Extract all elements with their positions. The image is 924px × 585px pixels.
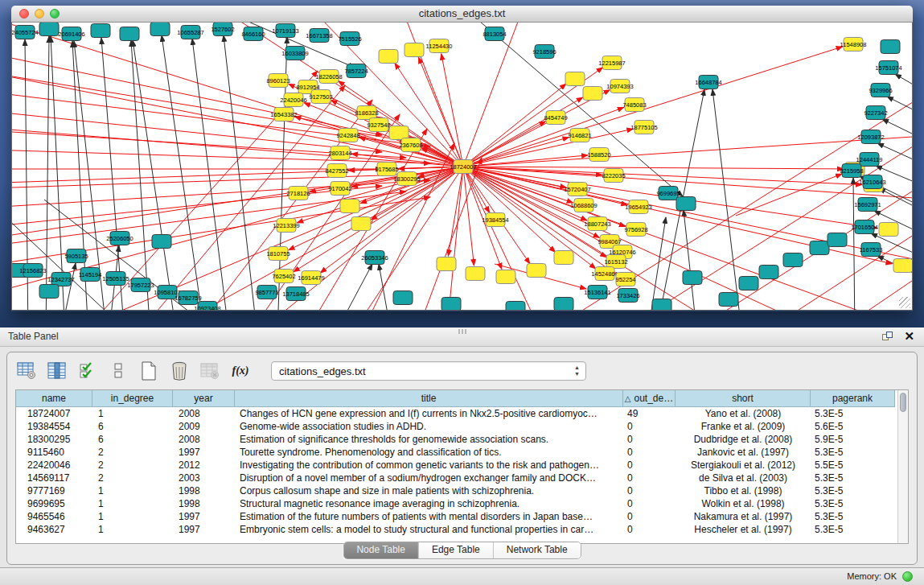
close-window-button[interactable] — [19, 9, 29, 19]
network-node[interactable]: 17957223 — [127, 278, 154, 292]
network-node[interactable]: 9175685 — [375, 163, 398, 176]
table-settings-button[interactable] — [15, 360, 38, 381]
network-node[interactable] — [389, 126, 409, 140]
tab-edge-table[interactable]: Edge Table — [419, 542, 494, 558]
network-node[interactable]: 9329966 — [869, 84, 892, 97]
network-node[interactable]: 16543382 — [270, 108, 297, 122]
network-node[interactable]: 15136141 — [584, 286, 610, 299]
network-node[interactable] — [676, 197, 696, 211]
column-header-pagerank[interactable]: pagerank — [811, 390, 895, 407]
network-node[interactable]: 9857771 — [255, 286, 278, 299]
network-node[interactable]: 13718485 — [282, 287, 309, 301]
network-node[interactable]: 12215987 — [598, 56, 625, 70]
network-node[interactable]: 18775105 — [630, 121, 657, 134]
network-svg[interactable]: 1872400718300295193845541125443012215987… — [12, 23, 912, 311]
network-node[interactable]: 25206050 — [106, 232, 133, 245]
table-row[interactable]: 2242004622012Investigating the contribut… — [16, 459, 908, 472]
network-node[interactable] — [739, 277, 758, 290]
network-node[interactable]: 8427552 — [325, 164, 348, 178]
network-node[interactable]: 18807243 — [584, 217, 610, 231]
minimize-window-button[interactable] — [35, 9, 44, 19]
delete-rows-button[interactable] — [168, 360, 191, 381]
delete-table-button[interactable] — [199, 360, 221, 381]
network-node[interactable] — [506, 302, 525, 311]
table-row[interactable]: 969969511998Structural magnetic resonanc… — [16, 497, 908, 510]
column-header-name[interactable]: name — [16, 390, 92, 407]
network-node[interactable] — [39, 285, 59, 299]
splitter-grip[interactable] — [458, 329, 466, 334]
window-resize-grip[interactable] — [899, 297, 910, 308]
network-node[interactable] — [565, 72, 585, 86]
zoom-window-button[interactable] — [50, 9, 60, 19]
network-node[interactable]: 2718126 — [286, 187, 310, 200]
network-node[interactable]: 10974393 — [606, 80, 633, 93]
network-node[interactable]: 18300295 — [393, 172, 420, 186]
network-node[interactable]: 1615132 — [604, 255, 627, 269]
network-node[interactable]: 9327548 — [367, 118, 390, 132]
network-node[interactable]: 9170042 — [328, 182, 351, 196]
network-node[interactable] — [827, 233, 847, 247]
column-header-out-de-[interactable]: △out_de… — [623, 390, 676, 407]
network-node[interactable]: 9127503 — [309, 90, 332, 104]
network-node[interactable] — [91, 24, 110, 38]
network-node[interactable] — [583, 87, 602, 101]
network-node[interactable]: 7625402 — [272, 270, 295, 283]
network-node[interactable]: 15751074 — [875, 61, 901, 75]
network-node[interactable]: 2803144 — [328, 146, 351, 160]
network-node[interactable]: 12156823 — [19, 264, 46, 278]
float-panel-icon[interactable] — [882, 332, 893, 342]
network-node[interactable]: 7515526 — [338, 32, 361, 46]
network-node[interactable] — [527, 264, 546, 278]
network-node[interactable]: 17016504 — [851, 220, 877, 234]
network-node[interactable] — [554, 298, 573, 311]
network-node[interactable]: 9756928 — [624, 223, 647, 237]
table-row[interactable]: 946362711997Embryonic stem cells: a mode… — [16, 523, 908, 536]
network-canvas[interactable]: 1872400718300295193845541125443012215987… — [11, 23, 913, 311]
network-node[interactable] — [441, 298, 461, 311]
network-node[interactable]: 9227342 — [864, 106, 887, 120]
clear-selection-button[interactable] — [107, 360, 129, 381]
network-node[interactable]: 952254 — [615, 273, 635, 286]
table-row[interactable]: 911546021997Tourette syndrome. Phenomeno… — [16, 446, 908, 459]
network-node[interactable] — [437, 257, 456, 271]
network-node[interactable] — [150, 23, 170, 36]
network-node[interactable]: 16033809 — [281, 47, 308, 60]
network-node[interactable] — [120, 27, 139, 41]
network-node[interactable]: 1167533 — [860, 243, 883, 257]
network-node[interactable]: 14524861 — [591, 267, 618, 281]
network-node[interactable]: 11548908 — [840, 38, 867, 51]
network-node[interactable]: 19654923 — [625, 200, 651, 214]
column-header-year[interactable]: year — [173, 390, 235, 407]
network-node[interactable]: 12213399 — [273, 219, 299, 233]
network-node[interactable]: 1145194 — [79, 268, 102, 282]
network-node[interactable] — [719, 293, 738, 307]
table-row[interactable]: 1938455462009Genome-wide association stu… — [16, 420, 908, 433]
network-node[interactable] — [405, 43, 424, 57]
network-node[interactable]: 8960123 — [266, 74, 290, 88]
network-node[interactable]: 22420046 — [280, 93, 306, 107]
network-node[interactable]: 19384554 — [482, 213, 508, 227]
network-node[interactable]: 8222035 — [602, 169, 625, 183]
network-node[interactable]: 24055724 — [12, 26, 39, 39]
table-row[interactable]: 1456911722003Disruption of a novel membe… — [16, 472, 908, 484]
network-node[interactable] — [393, 291, 413, 305]
network-node[interactable]: 16914479 — [298, 271, 324, 285]
network-node[interactable] — [683, 271, 702, 285]
network-node[interactable] — [881, 40, 900, 54]
select-columns-button[interactable] — [46, 360, 68, 381]
network-node[interactable]: 1810755 — [266, 247, 290, 261]
network-node[interactable]: 10719133 — [272, 24, 298, 38]
network-node[interactable]: 10923408 — [194, 302, 220, 311]
tab-network-table[interactable]: Network Table — [494, 542, 581, 558]
network-node[interactable] — [152, 235, 171, 249]
column-header-title[interactable]: title — [235, 390, 623, 407]
network-node[interactable] — [652, 299, 671, 311]
network-node[interactable] — [759, 266, 778, 279]
select-all-rows-button[interactable] — [76, 360, 99, 381]
network-node[interactable]: 16782759 — [175, 291, 201, 305]
column-header-in-degree[interactable]: in_degree — [92, 390, 173, 407]
network-node[interactable]: 18724007 — [450, 160, 476, 174]
network-node[interactable]: 8466160 — [241, 27, 265, 41]
new-table-button[interactable] — [138, 360, 160, 381]
network-node[interactable]: 2367608 — [399, 138, 422, 152]
